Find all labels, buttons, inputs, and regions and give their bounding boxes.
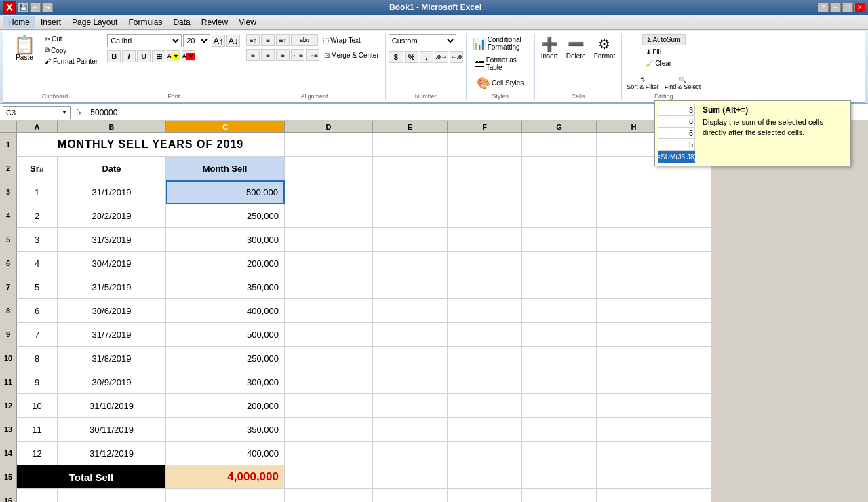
cell-f12[interactable]	[448, 394, 522, 418]
row-header-13[interactable]: 13	[0, 418, 17, 442]
text-direction-button[interactable]: ab↕	[291, 34, 318, 46]
cell-d16[interactable]	[285, 489, 373, 502]
row-header-2[interactable]: 2	[0, 157, 17, 180]
cell-g7[interactable]	[522, 275, 597, 299]
menu-insert[interactable]: Insert	[35, 16, 66, 28]
cell-c10[interactable]: 250,000	[166, 347, 285, 370]
cell-a3[interactable]: 1	[17, 180, 58, 204]
cell-g6[interactable]	[522, 252, 597, 275]
cell-b2[interactable]: Date	[58, 157, 166, 180]
cell-f9[interactable]	[448, 323, 522, 347]
cell-e10[interactable]	[373, 347, 448, 370]
decrease-indent-button[interactable]: ←≡	[291, 49, 304, 61]
cell-a1-merged[interactable]: MONTHLY SELL YEARS OF 2019	[17, 133, 285, 157]
quick-save-btn[interactable]: 💾	[18, 3, 28, 12]
cell-f15[interactable]	[448, 465, 522, 489]
col-header-c[interactable]: C	[166, 121, 285, 133]
cell-e15[interactable]	[373, 465, 448, 489]
cell-a5[interactable]: 3	[17, 228, 58, 252]
cut-button[interactable]: ✂ Cut	[41, 34, 101, 44]
cell-f4[interactable]	[448, 204, 522, 228]
cell-i6[interactable]	[671, 252, 712, 275]
cell-f13[interactable]	[448, 418, 522, 442]
cell-g2[interactable]	[522, 157, 597, 180]
cell-g11[interactable]	[522, 370, 597, 394]
row-header-10[interactable]: 10	[0, 347, 17, 370]
cell-a16[interactable]	[17, 489, 58, 502]
cell-g8[interactable]	[522, 299, 597, 323]
font-family-select[interactable]: Calibri	[107, 34, 182, 47]
cell-d9[interactable]	[285, 323, 373, 347]
percent-button[interactable]: %	[405, 51, 418, 63]
cell-c13[interactable]: 350,000	[166, 418, 285, 442]
cell-d3[interactable]	[285, 180, 373, 204]
cell-b6[interactable]: 30/4/2019	[58, 252, 166, 275]
cell-f3[interactable]	[448, 180, 522, 204]
cell-e1[interactable]	[373, 133, 448, 157]
cell-h15[interactable]	[597, 465, 671, 489]
maximize-btn[interactable]: □	[842, 3, 853, 12]
cell-b10[interactable]: 31/8/2019	[58, 347, 166, 370]
sort-filter-button[interactable]: ⇅ Sort & Filter	[625, 75, 661, 92]
cell-a7[interactable]: 5	[17, 275, 58, 299]
minimize-btn[interactable]: –	[830, 3, 841, 12]
cell-d7[interactable]	[285, 275, 373, 299]
cell-g12[interactable]	[522, 394, 597, 418]
cell-b14[interactable]: 31/12/2019	[58, 442, 166, 465]
insert-button[interactable]: ➕ Insert	[538, 34, 561, 62]
align-left-button[interactable]: ≡	[246, 49, 260, 61]
cell-e2[interactable]	[373, 157, 448, 180]
row-header-9[interactable]: 9	[0, 323, 17, 347]
help-btn[interactable]: ?	[818, 3, 829, 12]
cell-i16[interactable]	[671, 489, 712, 502]
col-header-b[interactable]: B	[58, 121, 166, 133]
cell-f1[interactable]	[448, 133, 522, 157]
row-header-4[interactable]: 4	[0, 204, 17, 228]
undo-btn[interactable]: ↩	[30, 3, 41, 12]
align-top-left-button[interactable]: ≡↑	[246, 34, 260, 46]
cell-g4[interactable]	[522, 204, 597, 228]
font-size-select[interactable]: 20	[183, 34, 210, 47]
row-header-5[interactable]: 5	[0, 228, 17, 252]
cell-f5[interactable]	[448, 228, 522, 252]
cell-i15[interactable]	[671, 465, 712, 489]
menu-review[interactable]: Review	[196, 16, 233, 28]
bold-button[interactable]: B	[107, 50, 121, 62]
accounting-format-button[interactable]: $	[389, 51, 403, 63]
cell-b13[interactable]: 30/11/2019	[58, 418, 166, 442]
cell-b12[interactable]: 31/10/2019	[58, 394, 166, 418]
cell-h9[interactable]	[597, 323, 671, 347]
cell-a13[interactable]: 11	[17, 418, 58, 442]
cell-c4[interactable]: 250,000	[166, 204, 285, 228]
cell-h8[interactable]	[597, 299, 671, 323]
row-header-14[interactable]: 14	[0, 442, 17, 465]
cell-h5[interactable]	[597, 228, 671, 252]
row-header-11[interactable]: 11	[0, 370, 17, 394]
cell-c9[interactable]: 500,000	[166, 323, 285, 347]
cell-b11[interactable]: 30/9/2019	[58, 370, 166, 394]
cell-i7[interactable]	[671, 275, 712, 299]
cell-f2[interactable]	[448, 157, 522, 180]
cell-b5[interactable]: 31/3/2019	[58, 228, 166, 252]
cell-h11[interactable]	[597, 370, 671, 394]
menu-formulas[interactable]: Formulas	[123, 16, 167, 28]
dropdown-arrow-icon[interactable]: ▼	[62, 109, 67, 115]
cell-g14[interactable]	[522, 442, 597, 465]
format-button[interactable]: ⚙ Format	[591, 34, 619, 62]
col-header-e[interactable]: E	[373, 121, 448, 133]
cell-h4[interactable]	[597, 204, 671, 228]
cell-d12[interactable]	[285, 394, 373, 418]
align-top-center-button[interactable]: ≡	[261, 34, 275, 46]
cell-b3[interactable]: 31/1/2019	[58, 180, 166, 204]
italic-button[interactable]: I	[122, 50, 136, 62]
cell-d13[interactable]	[285, 418, 373, 442]
format-table-button[interactable]: 🗃 Format as Table	[471, 54, 530, 73]
cell-c8[interactable]: 400,000	[166, 299, 285, 323]
increase-indent-button[interactable]: →≡	[306, 49, 319, 61]
cell-d2[interactable]	[285, 157, 373, 180]
row-header-12[interactable]: 12	[0, 394, 17, 418]
cell-h7[interactable]	[597, 275, 671, 299]
cell-a2[interactable]: Sr#	[17, 157, 58, 180]
col-header-d[interactable]: D	[285, 121, 373, 133]
fill-button[interactable]: ⬇ Fill	[642, 47, 665, 57]
